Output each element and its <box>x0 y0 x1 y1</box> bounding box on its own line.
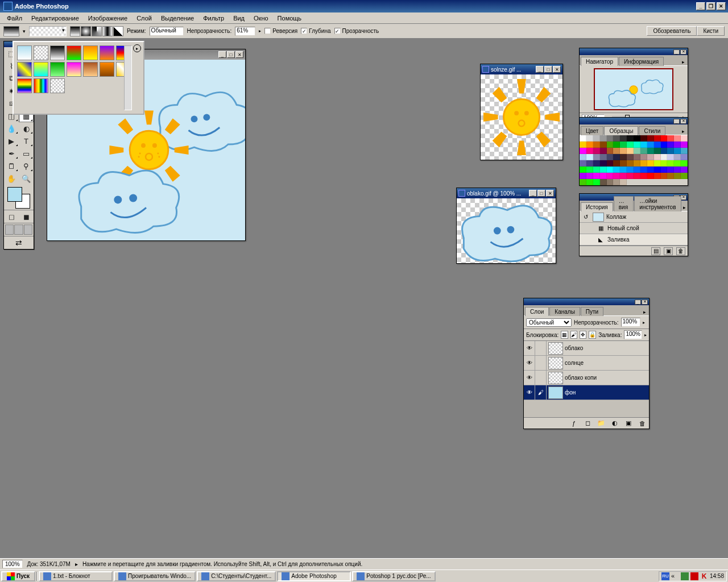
color-swatch[interactable] <box>654 160 661 167</box>
gradient-preview-dropdown[interactable] <box>29 26 67 36</box>
palette-minimize-icon[interactable]: _ <box>673 49 680 55</box>
color-swatch[interactable] <box>620 148 627 154</box>
palette-titlebar[interactable]: _✕ <box>580 48 688 55</box>
doc-minimize-icon[interactable]: _ <box>218 51 226 58</box>
color-swatch[interactable] <box>607 167 614 173</box>
color-swatch[interactable] <box>620 135 627 142</box>
doc-close-icon[interactable]: ✕ <box>546 190 554 197</box>
color-swatch[interactable] <box>654 135 661 142</box>
color-swatch[interactable] <box>627 173 634 179</box>
color-swatch[interactable] <box>580 142 586 148</box>
taskbar-button[interactable]: C:\Студенты\Студент... <box>197 571 276 581</box>
gradient-swatch[interactable] <box>67 62 81 77</box>
color-swatch[interactable] <box>627 148 634 154</box>
color-swatch[interactable] <box>647 160 654 167</box>
color-swatch[interactable] <box>634 160 640 167</box>
palette-menu-icon[interactable]: ▸ <box>682 204 686 211</box>
swatch-grid[interactable] <box>580 135 688 185</box>
color-swatch[interactable] <box>667 173 674 179</box>
color-swatch[interactable] <box>586 179 593 185</box>
color-swatch[interactable] <box>661 142 668 148</box>
color-swatch[interactable] <box>593 179 600 185</box>
menu-layer[interactable]: Слой <box>132 14 156 23</box>
menu-edit[interactable]: Редактирование <box>27 14 84 23</box>
doc-minimize-icon[interactable]: _ <box>536 66 544 73</box>
visibility-icon[interactable]: 👁 <box>524 356 535 370</box>
color-swatch[interactable] <box>580 167 586 173</box>
start-button[interactable]: Пуск <box>1 571 35 581</box>
tab-layers[interactable]: Слои <box>525 307 549 316</box>
taskbar-button[interactable]: Проигрыватель Windo... <box>114 571 196 581</box>
palette-menu-icon[interactable]: ▸ <box>641 309 648 315</box>
color-swatch[interactable] <box>640 154 647 160</box>
layer-fill-field[interactable]: 100% <box>624 330 642 339</box>
color-swatch[interactable] <box>620 160 627 167</box>
palette-minimize-icon[interactable]: _ <box>635 300 641 305</box>
link-cell[interactable] <box>535 371 547 385</box>
color-swatch[interactable] <box>681 135 688 142</box>
gradient-diamond-button[interactable] <box>113 26 123 36</box>
color-swatch[interactable] <box>600 160 607 167</box>
color-swatch[interactable] <box>613 148 620 154</box>
layer-thumbnail[interactable] <box>548 357 563 369</box>
color-swatch[interactable] <box>661 135 668 142</box>
color-swatch[interactable] <box>634 173 640 179</box>
menu-help[interactable]: Помощь <box>273 14 307 23</box>
tab-history[interactable]: История <box>581 202 613 211</box>
gradient-swatch[interactable] <box>67 45 81 60</box>
layer-row[interactable]: 👁облако копи <box>524 371 649 385</box>
layer-name[interactable]: облако копи <box>565 375 597 381</box>
new-doc-from-state-icon[interactable]: ▤ <box>651 247 660 255</box>
color-swatch[interactable] <box>627 167 634 173</box>
type-tool[interactable]: T <box>19 135 34 147</box>
color-swatch[interactable] <box>640 148 647 154</box>
gradient-flyout-icon[interactable]: ▸ <box>133 44 141 52</box>
gradient-swatch[interactable] <box>17 62 32 77</box>
color-swatch[interactable] <box>600 142 607 148</box>
tab-channels[interactable]: Каналы <box>549 307 580 316</box>
color-swatch[interactable] <box>647 148 654 154</box>
color-swatch[interactable] <box>627 154 634 160</box>
color-swatch[interactable] <box>667 135 674 142</box>
color-swatch[interactable] <box>667 142 674 148</box>
tab-navigator[interactable]: Навигатор <box>581 57 618 66</box>
gradient-swatch[interactable] <box>50 78 65 93</box>
minimize-button[interactable]: _ <box>696 2 705 10</box>
gradient-swatch[interactable] <box>83 62 98 77</box>
color-swatch[interactable] <box>580 160 586 167</box>
visibility-icon[interactable]: 👁 <box>524 371 535 385</box>
color-swatch[interactable] <box>613 160 620 167</box>
color-swatch[interactable] <box>586 135 593 142</box>
new-snapshot-icon[interactable]: ▣ <box>664 247 673 255</box>
color-swatch[interactable] <box>593 167 600 173</box>
history-brush-source-icon[interactable]: ↺ <box>581 213 590 222</box>
color-swatch[interactable] <box>580 135 586 142</box>
palette-menu-icon[interactable]: ▸ <box>680 59 686 65</box>
color-swatch[interactable] <box>620 179 627 185</box>
layer-row[interactable]: 👁🖌фон <box>524 385 649 400</box>
gradient-swatch[interactable] <box>100 62 114 77</box>
color-swatch[interactable] <box>661 173 668 179</box>
layer-row[interactable]: 👁солнце <box>524 356 649 371</box>
color-swatch[interactable] <box>580 179 586 185</box>
tray-icon[interactable] <box>681 572 689 580</box>
layer-mask-icon[interactable]: ◻ <box>583 419 592 427</box>
imageready-jump-icon[interactable]: ⇄ <box>15 238 22 247</box>
color-swatch[interactable] <box>586 173 593 179</box>
color-swatch[interactable] <box>647 167 654 173</box>
doc-canvas-cloud[interactable] <box>457 198 556 263</box>
layer-set-icon[interactable]: 📁 <box>597 419 606 427</box>
palette-titlebar[interactable]: _✕ <box>524 298 649 305</box>
status-flyout-icon[interactable]: ▸ <box>75 561 78 567</box>
color-swatch[interactable] <box>640 160 647 167</box>
color-swatch[interactable] <box>674 154 681 160</box>
blur-tool[interactable]: 💧 <box>4 122 19 135</box>
lock-transparency-icon[interactable]: ▦ <box>561 331 568 339</box>
color-swatch[interactable] <box>593 154 600 160</box>
doc-maximize-icon[interactable]: □ <box>544 66 552 73</box>
color-swatch[interactable] <box>586 154 593 160</box>
color-swatch[interactable] <box>640 135 647 142</box>
palette-titlebar[interactable]: _✕ <box>580 118 688 124</box>
path-select-tool[interactable]: ▶ <box>4 135 19 147</box>
color-swatch[interactable] <box>634 142 640 148</box>
